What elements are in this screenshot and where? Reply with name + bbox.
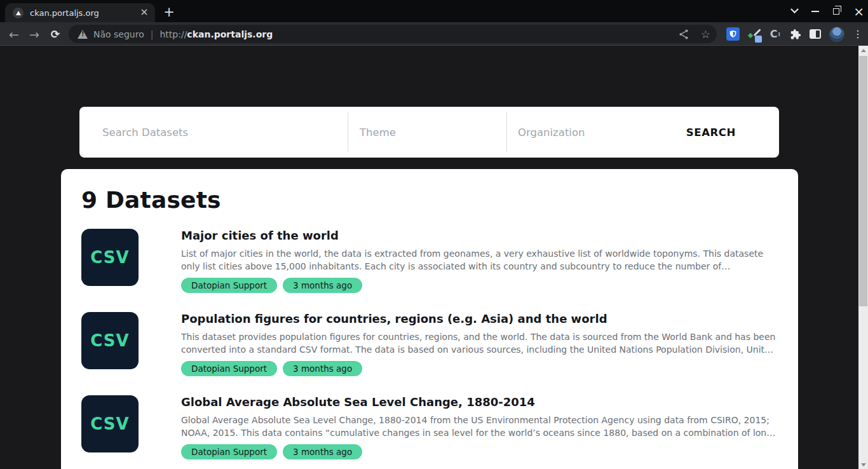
browser-tab[interactable]: ckan.portaljs.org × [5, 3, 155, 22]
url-scheme: http:// [159, 29, 187, 39]
scroll-down-arrow-icon[interactable] [858, 460, 868, 469]
reload-button[interactable]: ⟳ [47, 26, 64, 43]
bitwarden-extension-icon[interactable] [726, 27, 740, 41]
close-window-button[interactable]: × [853, 6, 864, 17]
scroll-up-arrow-icon[interactable] [858, 46, 868, 55]
csv-format-icon: CSV [81, 395, 139, 452]
bookmark-star-icon[interactable]: ☆ [701, 28, 710, 41]
dataset-row: CSV Major cities of the world List of ma… [81, 229, 778, 293]
security-label: Não seguro [93, 29, 144, 39]
dataset-search-bar: SEARCH [79, 107, 779, 158]
dataset-title-link[interactable]: Major cities of the world [181, 229, 776, 242]
dataset-title-link[interactable]: Global Average Absolute Sea Level Change… [181, 396, 776, 409]
tag-badge[interactable]: Datopian Support [181, 278, 277, 293]
badge-row: Datopian Support3 months ago [181, 278, 776, 293]
tag-badge[interactable]: 3 months ago [283, 278, 362, 293]
minimize-button[interactable] [811, 11, 819, 12]
tab-close-icon[interactable]: × [139, 7, 150, 18]
search-button[interactable]: SEARCH [686, 126, 736, 139]
webpage-viewport: SEARCH 9 Datasets CSV Major cities of th… [0, 46, 868, 469]
side-panel-icon[interactable] [810, 29, 821, 39]
address-bar[interactable]: Não seguro | http://ckan.portaljs.org ☆ [69, 25, 717, 43]
tab-search-chevron-icon[interactable] [790, 5, 799, 13]
site-favicon-icon [13, 8, 24, 18]
browser-menu-kebab-icon[interactable]: ⋮ [853, 28, 863, 40]
dataset-description: This dataset provides population figures… [181, 330, 776, 356]
format-label: CSV [90, 331, 129, 350]
organization-input[interactable] [518, 126, 686, 139]
scrollbar-thumb[interactable] [859, 56, 867, 306]
datasets-count-heading: 9 Datasets [81, 187, 778, 213]
tab-strip: ckan.portaljs.org × + × [0, 0, 868, 22]
dataset-description: List of major cities in the world, the d… [181, 247, 776, 273]
dataset-description: Global Average Absolute Sea Level Change… [181, 414, 776, 439]
csv-format-icon: CSV [81, 229, 139, 286]
datasets-panel: 9 Datasets CSV Major cities of the world… [61, 169, 798, 469]
back-button[interactable]: ← [6, 26, 22, 43]
page-scrollbar[interactable] [858, 46, 868, 469]
color-picker-extension-icon[interactable] [748, 27, 762, 41]
browser-toolbar: ← → ⟳ Não seguro | http://ckan.portaljs.… [0, 22, 868, 46]
tag-badge[interactable]: Datopian Support [181, 444, 277, 459]
extensions-puzzle-icon[interactable] [789, 28, 801, 41]
new-tab-button[interactable]: + [160, 3, 178, 21]
format-label: CSV [90, 248, 129, 267]
csv-format-icon: CSV [81, 312, 139, 369]
url-divider: | [151, 29, 154, 39]
dataset-row: CSV Global Average Absolute Sea Level Ch… [81, 395, 778, 459]
tag-badge[interactable]: 3 months ago [283, 361, 362, 376]
dataset-row: CSV Population figures for countries, re… [81, 312, 778, 376]
share-icon[interactable] [678, 29, 689, 40]
url-host: ckan.portaljs.org [187, 29, 273, 39]
tag-badge[interactable]: Datopian Support [181, 361, 277, 376]
profile-avatar[interactable] [829, 27, 844, 42]
dataset-list: CSV Major cities of the world List of ma… [81, 229, 778, 469]
not-secure-warning-icon [78, 30, 88, 39]
badge-row: Datopian Support3 months ago [181, 361, 776, 376]
tab-title: ckan.portaljs.org [30, 8, 139, 18]
tag-badge[interactable]: 3 months ago [283, 444, 362, 459]
format-label: CSV [90, 414, 129, 433]
forward-button[interactable]: → [26, 26, 43, 43]
search-datasets-input[interactable] [102, 126, 348, 139]
badge-row: Datopian Support3 months ago [181, 444, 776, 459]
theme-input[interactable] [360, 126, 506, 139]
restore-window-button[interactable] [833, 8, 839, 15]
dataset-title-link[interactable]: Population figures for countries, region… [181, 313, 776, 325]
colorzilla-extension-icon[interactable]: C⁝ [770, 28, 780, 40]
